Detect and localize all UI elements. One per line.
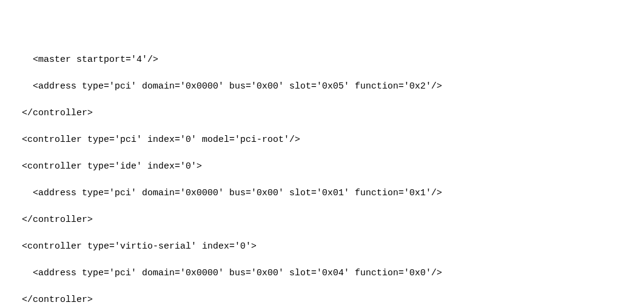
code-text: </controller> [0, 295, 93, 305]
code-text: <address type='pci' domain='0x0000' bus=… [0, 188, 442, 198]
code-line[interactable]: <controller type='virtio-serial' index='… [0, 240, 644, 253]
code-text: <address type='pci' domain='0x0000' bus=… [0, 268, 442, 278]
code-line[interactable]: </controller> [0, 107, 644, 120]
code-line[interactable]: </controller> [0, 293, 644, 307]
code-text: <master startport='4'/> [0, 55, 158, 65]
code-line[interactable]: <controller type='pci' index='0' model='… [0, 133, 644, 147]
code-line[interactable]: <address type='pci' domain='0x0000' bus=… [0, 187, 644, 200]
code-line[interactable]: <controller type='ide' index='0'> [0, 160, 644, 173]
code-text: <controller type='virtio-serial' index='… [0, 241, 257, 252]
code-line[interactable]: <master startport='4'/> [0, 53, 644, 67]
code-line[interactable]: <address type='pci' domain='0x0000' bus=… [0, 267, 644, 280]
code-text: <address type='pci' domain='0x0000' bus=… [0, 81, 442, 92]
code-line[interactable]: </controller> [0, 213, 644, 227]
code-text: </controller> [0, 108, 93, 118]
code-text: <controller type='pci' index='0' model='… [0, 135, 300, 145]
code-text: <controller type='ide' index='0'> [0, 161, 202, 172]
code-text: </controller> [0, 215, 93, 225]
code-line[interactable]: <address type='pci' domain='0x0000' bus=… [0, 80, 644, 93]
